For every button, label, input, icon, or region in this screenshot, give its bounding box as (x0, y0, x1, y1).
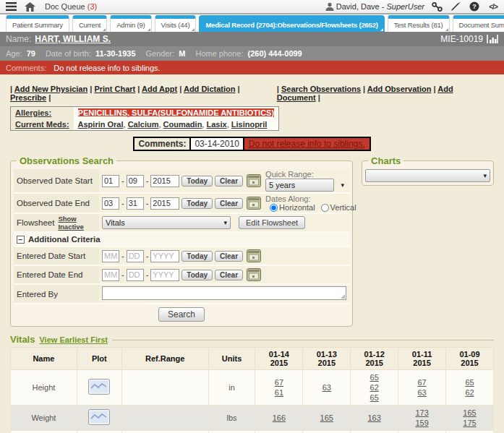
quick-link[interactable]: Add Dictation (184, 85, 236, 93)
clear-button[interactable]: Clear (215, 198, 243, 209)
obs-value-link[interactable]: 165 (304, 413, 349, 423)
edit-flowsheet-button[interactable]: Edit Flowsheet (239, 216, 305, 229)
obs-name: Weight (11, 406, 77, 431)
age-label: Age: (6, 49, 22, 58)
doc-queue-link[interactable]: Doc Queue (3) (45, 2, 97, 11)
today-button[interactable]: Today (181, 270, 213, 280)
observed-end-day-input[interactable] (127, 197, 144, 210)
obs-value-link[interactable]: 175 (448, 418, 492, 428)
med-link[interactable]: Aspirin Oral (78, 120, 124, 129)
obs-refrange (121, 370, 208, 406)
allergies-label-link[interactable]: Allergies: (11, 107, 74, 119)
med-link[interactable]: Coumadin (163, 120, 202, 129)
quick-range-label: Quick Range: (265, 170, 348, 179)
plot-icon[interactable] (88, 379, 110, 396)
horizontal-radio[interactable] (270, 204, 278, 212)
user-icon (325, 2, 334, 11)
observed-end-month-input[interactable] (102, 197, 119, 210)
allergies-value-link[interactable]: PENICILLINS, SULFA(SULFONAMIDE ANTIBIOTI… (78, 108, 275, 117)
flowsheet-select[interactable]: Vitals (102, 216, 231, 229)
tab-test-results[interactable]: Test Results (81) (388, 15, 450, 32)
obs-value-link[interactable]: 173 (400, 408, 444, 418)
obs-value-link[interactable]: 63 (304, 382, 349, 393)
calendar-icon[interactable] (247, 174, 261, 187)
comment-strip-note-link[interactable]: Do not release info to siblings. (244, 138, 370, 150)
observed-start-month-input[interactable] (102, 175, 119, 187)
obs-value-link[interactable]: 165 (448, 408, 492, 418)
observed-start-year-input[interactable] (150, 175, 179, 187)
code-icon[interactable]: </> (487, 1, 500, 12)
quick-range-select[interactable]: 5 years (265, 179, 334, 192)
quick-link[interactable]: Add Observation (367, 85, 432, 93)
entered-start-month-input[interactable] (102, 250, 119, 262)
show-inactive-link[interactable]: Show Inactive (58, 215, 96, 231)
obs-cell: 34.59 (446, 431, 494, 433)
clear-button[interactable]: Clear (215, 251, 243, 262)
entered-end-day-input[interactable] (127, 269, 144, 281)
tab-patient-summary[interactable]: Patient Summary (6, 15, 69, 32)
calendar-icon[interactable] (247, 197, 261, 210)
obs-value-link[interactable]: 62 (352, 382, 396, 393)
observed-end-year-input[interactable] (150, 197, 179, 210)
obs-value-link[interactable]: 163 (352, 413, 396, 423)
entered-end-month-input[interactable] (102, 269, 119, 281)
obs-value-link[interactable]: 159 (400, 418, 444, 428)
view-earliest-first-link[interactable]: View Earliest First (39, 335, 108, 344)
quick-link[interactable]: Print Chart (94, 85, 135, 93)
comment-strip-label: Comments: (134, 138, 191, 150)
obs-value-link[interactable]: 61 (257, 387, 301, 398)
vertical-radio[interactable] (321, 204, 329, 212)
chart-icon[interactable] (487, 35, 498, 43)
help-icon[interactable]: ? (468, 1, 481, 12)
additional-criteria-toggle[interactable]: − Additional Criteria (14, 233, 349, 247)
user-menu[interactable]: David, Dave - SuperUser (325, 2, 424, 11)
med-link[interactable]: Lisinopril (231, 120, 268, 129)
search-button[interactable]: Search (158, 307, 205, 322)
tab-admin[interactable]: Admin (9) (110, 15, 151, 32)
patient-name-link[interactable]: HART, WILLIAM S. (35, 34, 111, 44)
quick-link[interactable]: Prescribe (10, 93, 46, 102)
link-icon[interactable] (430, 1, 443, 12)
obs-value-link[interactable]: 65 (352, 393, 396, 403)
pencil-icon[interactable] (449, 1, 462, 12)
current-meds-label-link[interactable]: Current Meds: (11, 119, 74, 131)
today-button[interactable]: Today (181, 198, 213, 209)
tab-document-summary[interactable]: Document Summary (267) (453, 15, 504, 32)
quick-link[interactable]: Add New Physician (14, 85, 87, 93)
clear-button[interactable]: Clear (215, 270, 243, 280)
observed-start-day-input[interactable] (127, 175, 144, 187)
tab-medical-record[interactable]: Medical Record (2704):Observations/Flows… (199, 15, 384, 32)
charts-select[interactable] (365, 169, 490, 182)
med-link[interactable]: Lasix (206, 120, 226, 129)
obs-value-link[interactable]: 166 (257, 413, 301, 423)
name-label: Name: (6, 34, 31, 44)
obs-refrange (121, 406, 208, 431)
obs-value-link[interactable]: 63 (400, 387, 444, 398)
obs-value-link[interactable]: 65 (352, 372, 396, 382)
quick-link[interactable]: Search Observations (281, 85, 361, 93)
med-link[interactable]: Calcium (128, 120, 159, 129)
calendar-icon[interactable] (247, 268, 261, 281)
plot-icon[interactable] (88, 409, 110, 426)
clear-button[interactable]: Clear (215, 176, 243, 187)
tab-visits[interactable]: Visits (44) (155, 15, 197, 32)
patient-id: MIE-10019 (440, 34, 483, 44)
obs-value-link[interactable]: 62 (448, 387, 492, 398)
hamburger-menu-icon[interactable] (4, 1, 17, 12)
obs-value-link[interactable]: 67 (257, 377, 301, 387)
entered-end-year-input[interactable] (150, 269, 179, 281)
entered-by-input[interactable] (102, 286, 346, 300)
quick-link[interactable]: Add Appt (142, 85, 177, 93)
obs-cell: 163 (351, 406, 398, 431)
current-meds-row: Current Meds: Aspirin Oral, Calcium, Cou… (11, 119, 279, 131)
entered-start-day-input[interactable] (127, 250, 144, 262)
entered-start-year-input[interactable] (150, 250, 179, 262)
today-button[interactable]: Today (181, 176, 213, 187)
obs-value-link[interactable]: 67 (400, 377, 444, 387)
home-icon[interactable] (23, 1, 36, 12)
quick-links-right: Search Observations | Add Observation | … (277, 85, 494, 102)
calendar-icon[interactable] (247, 249, 261, 262)
today-button[interactable]: Today (181, 251, 213, 262)
tab-current[interactable]: Current (72, 15, 107, 32)
obs-value-link[interactable]: 65 (448, 377, 492, 387)
